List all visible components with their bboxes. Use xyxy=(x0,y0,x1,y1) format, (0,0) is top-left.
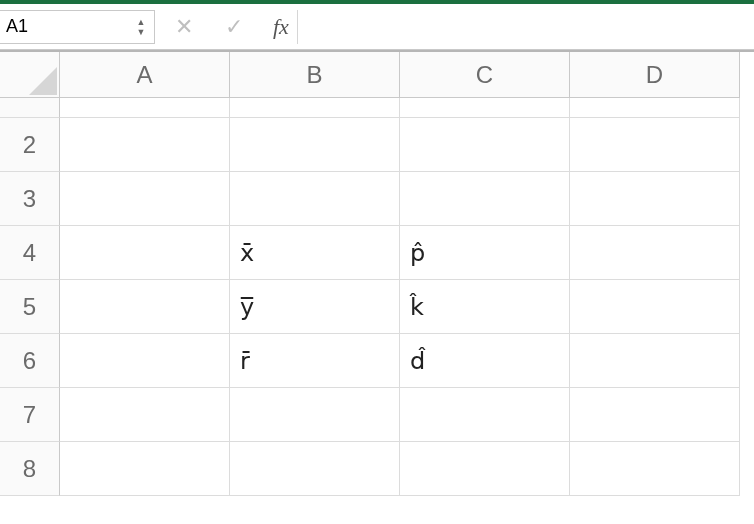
cell[interactable] xyxy=(230,172,400,226)
row-header[interactable]: 7 xyxy=(0,388,60,442)
name-box[interactable] xyxy=(0,12,154,41)
column-header[interactable]: D xyxy=(570,52,740,98)
row-header[interactable]: 2 xyxy=(0,118,60,172)
cell[interactable] xyxy=(60,118,230,172)
column-header[interactable]: C xyxy=(400,52,570,98)
formula-bar-buttons: ✕ ✓ fx xyxy=(155,14,289,40)
cell[interactable] xyxy=(400,442,570,496)
cell[interactable]: d̂ xyxy=(400,334,570,388)
grid-row: 7 xyxy=(0,388,754,442)
cell[interactable] xyxy=(60,388,230,442)
cell[interactable]: x̄ xyxy=(230,226,400,280)
cell[interactable] xyxy=(60,442,230,496)
grid-row: 6 r̄ d̂ xyxy=(0,334,754,388)
cell[interactable]: k̂ xyxy=(400,280,570,334)
cell[interactable] xyxy=(570,226,740,280)
formula-bar: ▲ ▼ ✕ ✓ fx xyxy=(0,0,754,50)
row-header[interactable]: 5 xyxy=(0,280,60,334)
cell[interactable] xyxy=(60,334,230,388)
svg-marker-0 xyxy=(29,67,57,95)
cell[interactable] xyxy=(570,98,740,118)
cell[interactable] xyxy=(570,172,740,226)
row-header[interactable]: 3 xyxy=(0,172,60,226)
cell[interactable] xyxy=(230,98,400,118)
cell[interactable]: y̅ xyxy=(230,280,400,334)
cell[interactable] xyxy=(400,388,570,442)
cell[interactable] xyxy=(570,118,740,172)
chevron-down-icon[interactable]: ▼ xyxy=(134,28,148,36)
grid-row: 8 xyxy=(0,442,754,496)
chevron-up-icon[interactable]: ▲ xyxy=(134,18,148,26)
select-all-corner[interactable] xyxy=(0,52,60,98)
spreadsheet: A B C D 2 3 4 x̄ p̂ 5 y̅ k̂ xyxy=(0,50,754,496)
row-header[interactable]: 4 xyxy=(0,226,60,280)
grid-row xyxy=(0,98,754,118)
name-box-container: ▲ ▼ xyxy=(0,10,155,44)
cell[interactable] xyxy=(570,442,740,496)
accept-icon[interactable]: ✓ xyxy=(223,14,245,40)
column-header[interactable]: A xyxy=(60,52,230,98)
column-header[interactable]: B xyxy=(230,52,400,98)
row-header[interactable] xyxy=(0,98,60,118)
grid-row: 5 y̅ k̂ xyxy=(0,280,754,334)
row-header[interactable]: 6 xyxy=(0,334,60,388)
column-header-row: A B C D xyxy=(0,52,754,98)
row-header[interactable]: 8 xyxy=(0,442,60,496)
cell[interactable] xyxy=(60,226,230,280)
grid-row: 4 x̄ p̂ xyxy=(0,226,754,280)
cell[interactable] xyxy=(400,118,570,172)
formula-input[interactable] xyxy=(297,10,754,44)
cell[interactable] xyxy=(60,172,230,226)
cell[interactable] xyxy=(60,280,230,334)
cell[interactable]: r̄ xyxy=(230,334,400,388)
grid-row: 3 xyxy=(0,172,754,226)
cell[interactable] xyxy=(400,172,570,226)
cancel-icon[interactable]: ✕ xyxy=(173,14,195,40)
fx-icon[interactable]: fx xyxy=(273,14,289,40)
cell[interactable] xyxy=(230,442,400,496)
grid-row: 2 xyxy=(0,118,754,172)
cell[interactable] xyxy=(570,334,740,388)
cell[interactable] xyxy=(60,98,230,118)
cell[interactable] xyxy=(230,118,400,172)
name-box-stepper[interactable]: ▲ ▼ xyxy=(134,11,148,43)
cell[interactable] xyxy=(570,388,740,442)
cell[interactable]: p̂ xyxy=(400,226,570,280)
corner-triangle-icon xyxy=(29,67,57,95)
cell[interactable] xyxy=(230,388,400,442)
cell[interactable] xyxy=(570,280,740,334)
cell[interactable] xyxy=(400,98,570,118)
